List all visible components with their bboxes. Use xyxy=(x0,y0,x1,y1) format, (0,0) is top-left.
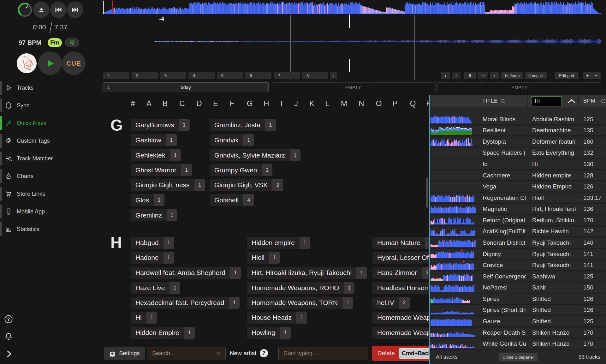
svg-text:?: ? xyxy=(7,317,10,322)
